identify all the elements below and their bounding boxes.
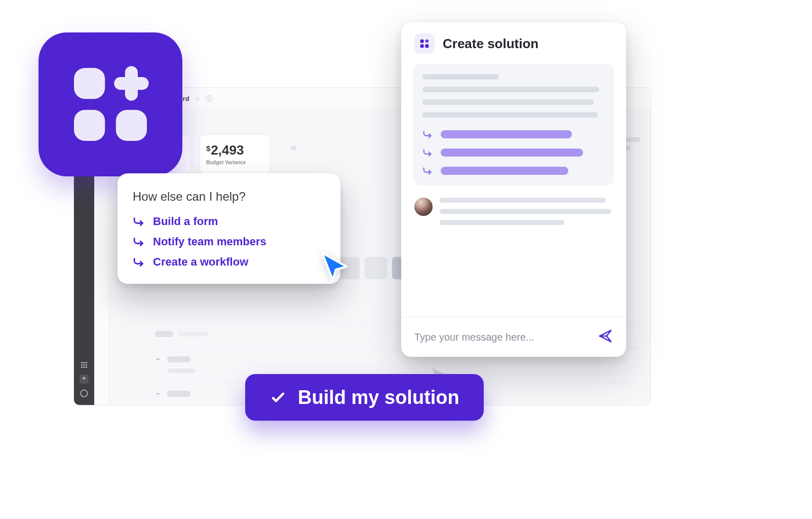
reply-arrow-icon <box>133 235 146 248</box>
help-circle-icon[interactable] <box>80 389 89 398</box>
svg-rect-18 <box>116 110 147 141</box>
metric-label: Budget Variance <box>206 160 264 165</box>
svg-rect-17 <box>74 110 105 141</box>
suggestion-label: Build a form <box>153 215 218 228</box>
placeholder-bar <box>167 356 190 362</box>
reply-arrow-icon <box>422 129 434 140</box>
build-solution-button[interactable]: Build my solution <box>245 374 484 421</box>
svg-rect-25 <box>425 41 429 42</box>
suggestion-build-form[interactable]: Build a form <box>133 215 325 228</box>
svg-rect-21 <box>420 40 424 43</box>
apps-grid-icon[interactable] <box>80 360 89 369</box>
svg-point-6 <box>81 366 83 368</box>
svg-point-1 <box>84 362 85 363</box>
placeholder-line <box>422 87 599 92</box>
placeholder-line <box>440 198 606 203</box>
reply-arrow-icon <box>422 147 434 158</box>
axis-tick: 05 <box>280 134 296 174</box>
metric-value: $2,493 <box>206 143 264 157</box>
suggestion-label: Create a workflow <box>153 255 248 269</box>
placeholder-bar <box>155 331 173 337</box>
chevron-down-icon[interactable] <box>155 356 161 362</box>
user-message <box>413 198 614 231</box>
svg-point-3 <box>81 364 83 366</box>
placeholder-line <box>440 209 611 214</box>
svg-rect-22 <box>420 44 424 48</box>
svg-point-9 <box>81 390 88 397</box>
suggestion-create-workflow[interactable]: Create a workflow <box>133 255 325 269</box>
placeholder-line <box>422 112 598 118</box>
metric-card-budget-variance[interactable]: $2,493 Budget Variance <box>200 134 270 174</box>
svg-point-5 <box>86 364 87 366</box>
ai-suggestion[interactable] <box>422 129 605 140</box>
chat-header: Create solution <box>401 22 626 59</box>
placeholder-bar <box>167 391 190 397</box>
svg-rect-16 <box>74 68 105 99</box>
chat-input[interactable]: Type your message here... <box>414 331 534 343</box>
check-icon <box>269 389 287 406</box>
sparkle-icon[interactable] <box>80 375 89 384</box>
placeholder-block <box>365 257 387 279</box>
placeholder-bar <box>167 368 196 373</box>
svg-rect-20 <box>114 77 148 90</box>
svg-point-2 <box>86 362 87 363</box>
cursor-icon <box>316 248 353 285</box>
user-avatar <box>414 198 433 216</box>
placeholder-bar <box>441 130 572 138</box>
chat-panel: Create solution <box>401 22 626 357</box>
reply-arrow-icon <box>422 165 434 176</box>
app-tile-icon <box>38 32 182 176</box>
suggestion-notify-team[interactable]: Notify team members <box>133 235 325 248</box>
placeholder-line <box>422 99 594 105</box>
chevron-down-icon[interactable] <box>155 391 161 397</box>
svg-point-7 <box>84 366 85 368</box>
star-icon[interactable]: ☆ <box>195 95 201 102</box>
svg-point-8 <box>86 366 87 368</box>
svg-rect-23 <box>425 44 429 48</box>
cta-label: Build my solution <box>298 387 459 409</box>
placeholder-line <box>440 220 564 225</box>
ai-suggestion[interactable] <box>422 147 605 158</box>
chat-input-row: Type your message here... <box>401 317 626 357</box>
help-popover-title: How else can I help? <box>133 190 325 204</box>
suggestion-label: Notify team members <box>153 235 266 248</box>
chat-logo-icon <box>414 33 435 54</box>
placeholder-line <box>422 74 499 80</box>
send-button[interactable] <box>598 328 613 346</box>
svg-point-4 <box>84 364 85 366</box>
svg-point-0 <box>81 362 83 363</box>
ai-suggestion[interactable] <box>422 165 605 176</box>
help-popover: How else can I help? Build a form Notify… <box>118 173 340 284</box>
placeholder-bar <box>441 149 583 157</box>
reply-arrow-icon <box>133 255 146 269</box>
chat-title: Create solution <box>443 36 538 52</box>
placeholder-bar <box>441 167 568 175</box>
placeholder-bar <box>178 331 209 337</box>
ai-message <box>413 64 614 186</box>
reply-arrow-icon <box>133 215 146 228</box>
info-icon[interactable]: ⓘ <box>206 94 212 103</box>
